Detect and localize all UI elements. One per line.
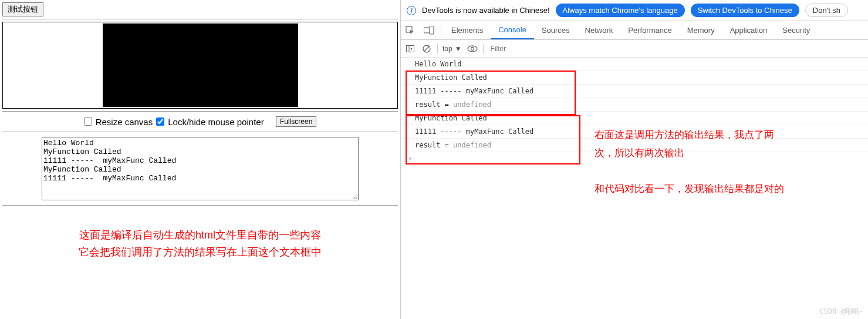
undefined-value: undefined xyxy=(453,100,491,109)
divider xyxy=(2,205,398,206)
device-toolbar-icon[interactable] xyxy=(420,26,438,35)
divider xyxy=(441,25,441,36)
undefined-value: undefined xyxy=(453,141,491,149)
context-label: top xyxy=(443,45,452,53)
console-log-line: MyFunction Called xyxy=(401,71,868,85)
resize-canvas-checkbox[interactable] xyxy=(84,117,92,126)
chevron-down-icon: ▼ xyxy=(455,45,462,53)
divider xyxy=(437,44,438,53)
devtools-tabs: Elements Console Sources Network Perform… xyxy=(401,21,868,40)
lock-pointer-label: Lock/hide mouse pointer xyxy=(168,117,264,127)
divider xyxy=(483,44,484,53)
right-annotation-1: 右面这是调用方法的输出结果，我点了两 次，所以有两次输出 xyxy=(595,126,774,162)
annotation-line: 这面是编译后自动生成的html文件里自带的一些内容 xyxy=(2,227,398,244)
test-button[interactable]: 测试按钮 xyxy=(2,2,43,16)
devtools-panel: i DevTools is now available in Chinese! … xyxy=(401,0,868,319)
sidebar-toggle-icon[interactable] xyxy=(404,45,416,52)
output-textarea[interactable] xyxy=(42,137,359,200)
switch-devtools-button[interactable]: Switch DevTools to Chinese xyxy=(691,4,799,17)
always-match-button[interactable]: Always match Chrome's language xyxy=(556,4,685,17)
output-container xyxy=(2,133,398,204)
divider xyxy=(2,111,398,112)
watermark: CSDN @嘞嘞- xyxy=(819,307,863,317)
annotation-line: 右面这是调用方法的输出结果，我点了两 xyxy=(595,126,774,144)
result-prefix: result = xyxy=(415,141,453,149)
tab-elements[interactable]: Elements xyxy=(444,21,491,39)
tab-console[interactable]: Console xyxy=(491,21,534,39)
divider xyxy=(2,19,398,19)
live-expression-icon[interactable] xyxy=(467,45,478,52)
tab-security[interactable]: Security xyxy=(775,21,818,39)
context-selector[interactable]: top ▼ xyxy=(443,45,462,53)
fullscreen-button[interactable]: Fullscreen xyxy=(276,116,316,127)
dont-show-button[interactable]: Don't sh xyxy=(805,4,848,17)
console-log-line: result = undefined xyxy=(401,98,868,112)
svg-point-8 xyxy=(471,47,474,50)
filter-input[interactable] xyxy=(488,43,864,54)
resize-canvas-label: Resize canvas xyxy=(96,117,153,127)
canvas-container xyxy=(2,22,398,109)
clear-console-icon[interactable] xyxy=(421,45,433,53)
svg-point-7 xyxy=(468,46,477,52)
tab-application[interactable]: Application xyxy=(722,21,775,39)
info-message: DevTools is now available in Chinese! xyxy=(422,6,550,15)
console-log-line: Hello World xyxy=(401,58,868,71)
left-annotation: 这面是编译后自动生成的html文件里自带的一些内容 它会把我们调用了方法的结果写… xyxy=(2,227,398,261)
console-log-line: 11111 ----- myMaxFunc Called xyxy=(401,85,868,98)
svg-line-6 xyxy=(424,46,429,51)
controls-row: Resize canvas Lock/hide mouse pointer Fu… xyxy=(2,113,398,130)
canvas-element[interactable] xyxy=(103,23,298,107)
inspect-icon[interactable] xyxy=(401,26,420,35)
svg-rect-2 xyxy=(430,26,434,34)
tab-performance[interactable]: Performance xyxy=(620,21,679,39)
result-prefix: result = xyxy=(415,100,453,109)
divider xyxy=(2,132,398,132)
annotation-line: 次，所以有两次输出 xyxy=(595,144,774,162)
page-left-panel: 测试按钮 Resize canvas Lock/hide mouse point… xyxy=(0,0,401,319)
right-annotation-2: 和代码对比看一下，发现输出结果都是对的 xyxy=(595,180,784,198)
console-log-line: MyFunction Called xyxy=(401,112,868,125)
tab-memory[interactable]: Memory xyxy=(680,21,722,39)
lock-pointer-checkbox[interactable] xyxy=(156,117,164,126)
tab-network[interactable]: Network xyxy=(577,21,621,39)
annotation-line: 它会把我们调用了方法的结果写在上面这个文本框中 xyxy=(2,244,398,261)
info-bar: i DevTools is now available in Chinese! … xyxy=(401,0,868,21)
info-icon: i xyxy=(407,6,416,15)
console-body: Hello World MyFunction Called 11111 ----… xyxy=(401,58,868,319)
console-toolbar: top ▼ xyxy=(401,40,868,58)
tab-sources[interactable]: Sources xyxy=(534,21,577,39)
annotation-line: 和代码对比看一下，发现输出结果都是对的 xyxy=(595,180,784,198)
